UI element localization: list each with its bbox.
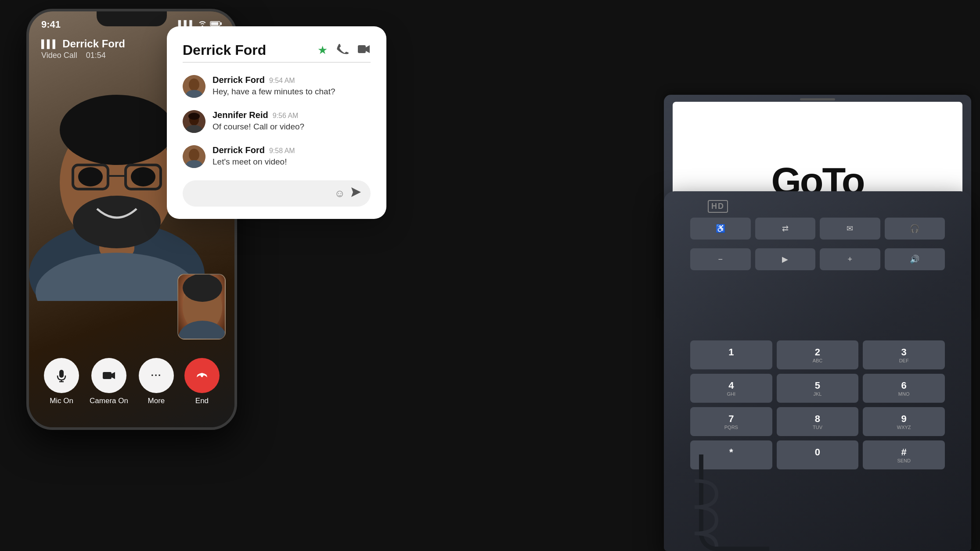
key-3[interactable]: 3DEF xyxy=(863,340,945,369)
func-btn-4[interactable]: 🎧 xyxy=(885,218,945,240)
svg-rect-2 xyxy=(220,22,222,25)
mic-circle xyxy=(44,358,79,393)
func-btn-6[interactable]: ▶ xyxy=(755,248,816,270)
msg-text-1: Hey, have a few minutes to chat? xyxy=(213,87,335,97)
svg-point-6 xyxy=(60,95,174,165)
msg-time-1: 9:54 AM xyxy=(269,77,295,85)
svg-point-32 xyxy=(189,149,199,161)
call-caller-name: Derrick Ford xyxy=(62,38,125,50)
headset-icon: 🎧 xyxy=(910,224,919,233)
key-0[interactable]: 0 xyxy=(777,440,859,469)
accessibility-icon: ♿ xyxy=(716,224,725,233)
msg-sender-name-2: Jennifer Reid xyxy=(213,110,268,120)
svg-rect-20 xyxy=(103,372,112,379)
message-item: Jennifer Reid 9:56 AM Of course! Call or… xyxy=(183,110,371,133)
message-input[interactable] xyxy=(191,189,329,199)
key-1[interactable]: 1 xyxy=(690,340,772,369)
func-btn-7[interactable]: + xyxy=(820,248,880,270)
message-content-3: Derrick Ford 9:58 AM Let's meet on video… xyxy=(213,145,295,167)
svg-point-7 xyxy=(73,196,161,248)
speaker-icon: 🔊 xyxy=(910,254,919,264)
signal-call-icon: ▌▌▌ xyxy=(41,39,58,49)
svg-point-16 xyxy=(178,321,226,340)
deskphone-body: HD ♿ ⇄ ✉ 🎧 − ▶ + 🔊 1 2ABC 3DEF 4GHI 5JKL… xyxy=(664,191,971,551)
desk-phone: GoTo Connect HD ♿ ⇄ ✉ 🎧 − ▶ + 🔊 1 xyxy=(664,156,971,551)
func-btn-5[interactable]: − xyxy=(690,248,751,270)
camera-button[interactable]: Camera On xyxy=(90,358,128,405)
status-time: 9:41 xyxy=(41,19,61,30)
svg-point-11 xyxy=(78,167,103,186)
svg-rect-1 xyxy=(211,22,219,25)
chat-header-icons: ★ xyxy=(317,43,371,58)
end-circle xyxy=(184,358,220,393)
avatar-initials-1 xyxy=(183,75,205,98)
end-label: End xyxy=(195,397,209,405)
chat-contact-name: Derrick Ford xyxy=(183,42,266,58)
transfer-icon: ⇄ xyxy=(782,224,789,233)
function-buttons: ♿ ⇄ ✉ 🎧 xyxy=(690,218,945,240)
key-8[interactable]: 8TUV xyxy=(777,407,859,436)
key-4[interactable]: 4GHI xyxy=(690,374,772,403)
function-buttons-2: − ▶ + 🔊 xyxy=(690,248,945,270)
phone-icon[interactable] xyxy=(336,43,349,58)
svg-point-25 xyxy=(189,79,199,91)
favorite-icon[interactable]: ★ xyxy=(317,43,328,57)
call-controls: Mic On Camera On ··· More xyxy=(29,358,234,405)
msg-text-3: Let's meet on video! xyxy=(213,157,295,167)
chat-card: Derrick Ford ★ xyxy=(167,26,386,219)
key-7[interactable]: 7PQRS xyxy=(690,407,772,436)
video-icon[interactable] xyxy=(357,43,371,57)
key-5[interactable]: 5JKL xyxy=(777,374,859,403)
svg-point-12 xyxy=(131,167,155,186)
minus-icon: − xyxy=(718,255,723,264)
message-item: Derrick Ford 9:58 AM Let's meet on video… xyxy=(183,145,371,168)
camera-circle xyxy=(91,358,126,393)
keypad: 1 2ABC 3DEF 4GHI 5JKL 6MNO 7PQRS 8TUV 9W… xyxy=(690,340,945,469)
send-button[interactable] xyxy=(350,186,362,200)
func-btn-3[interactable]: ✉ xyxy=(820,218,880,240)
svg-marker-34 xyxy=(351,187,361,197)
message-list: Derrick Ford 9:54 AM Hey, have a few min… xyxy=(183,75,371,168)
svg-point-15 xyxy=(183,275,222,302)
msg-time-2: 9:56 AM xyxy=(273,112,299,120)
key-9[interactable]: 9WXYZ xyxy=(863,407,945,436)
arrow-icon: ▶ xyxy=(782,254,788,264)
more-button[interactable]: ··· More xyxy=(139,358,174,405)
camera-label: Camera On xyxy=(90,397,128,405)
hd-badge: HD xyxy=(708,200,728,213)
more-label: More xyxy=(148,397,165,405)
mic-button[interactable]: Mic On xyxy=(44,358,79,405)
emoji-button[interactable]: ☺ xyxy=(334,187,345,200)
avatar-initials-2 xyxy=(183,110,205,133)
message-content-2: Jennifer Reid 9:56 AM Of course! Call or… xyxy=(213,110,304,132)
pip-face xyxy=(178,275,225,339)
func-btn-1[interactable]: ♿ xyxy=(690,218,751,240)
msg-text-2: Of course! Call or video? xyxy=(213,122,304,132)
svg-rect-22 xyxy=(358,45,366,53)
pip-self-video xyxy=(177,274,226,340)
end-call-button[interactable]: End xyxy=(184,358,220,405)
chat-header: Derrick Ford ★ xyxy=(183,42,371,58)
func-btn-2[interactable]: ⇄ xyxy=(755,218,816,240)
call-header: ▌▌▌ Derrick Ford Video Call 01:54 xyxy=(41,38,125,60)
chat-divider xyxy=(183,62,371,63)
call-info: Video Call 01:54 xyxy=(41,51,125,60)
sender-avatar-2 xyxy=(183,110,205,133)
mail-icon: ✉ xyxy=(847,224,853,233)
message-content-1: Derrick Ford 9:54 AM Hey, have a few min… xyxy=(213,75,335,97)
plus-icon: + xyxy=(847,255,852,264)
svg-marker-23 xyxy=(366,45,370,53)
key-6[interactable]: 6MNO xyxy=(863,374,945,403)
sender-avatar-1 xyxy=(183,75,205,98)
msg-sender-name-1: Derrick Ford xyxy=(213,75,265,85)
more-circle: ··· xyxy=(139,358,174,393)
key-hash[interactable]: #SEND xyxy=(863,440,945,469)
func-btn-8[interactable]: 🔊 xyxy=(885,248,945,270)
msg-time-3: 9:58 AM xyxy=(269,147,295,155)
key-2[interactable]: 2ABC xyxy=(777,340,859,369)
svg-point-29 xyxy=(188,113,200,120)
message-item: Derrick Ford 9:54 AM Hey, have a few min… xyxy=(183,75,371,98)
avatar-initials-3 xyxy=(183,145,205,168)
mic-label: Mic On xyxy=(50,397,73,405)
svg-rect-17 xyxy=(59,370,64,378)
